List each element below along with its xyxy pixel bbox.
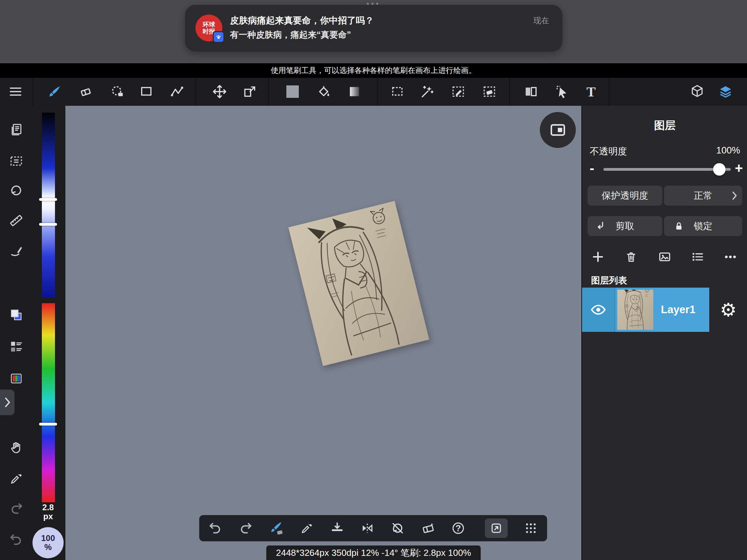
fg-bg-colors-icon[interactable] [7, 305, 26, 325]
toolbar-divider [509, 78, 510, 106]
layer-row[interactable]: Layer1 [582, 288, 709, 332]
toolbar-divider [33, 78, 33, 106]
split-view-icon[interactable] [521, 82, 541, 101]
palette-icon[interactable] [7, 369, 26, 388]
magic-wand-icon[interactable] [418, 82, 437, 101]
lock-button[interactable]: 锁定 [664, 216, 742, 236]
select-pen-icon[interactable] [449, 82, 468, 101]
transform-tool-icon[interactable] [240, 82, 260, 101]
toolbar-divider [268, 78, 269, 106]
value-slider-handle-2[interactable] [39, 223, 57, 226]
main-toolbar: T [0, 78, 747, 106]
help-button[interactable]: ? [449, 519, 468, 538]
canvas-area[interactable] [65, 106, 581, 560]
duplicate-layer-button[interactable] [656, 249, 673, 265]
materials-icon[interactable] [688, 82, 707, 101]
undo-button[interactable] [206, 519, 225, 538]
opacity-value: 100% [716, 145, 740, 156]
selection-panel-icon[interactable] [7, 151, 26, 171]
import-button[interactable] [328, 519, 347, 538]
paint-app: ••• 环球时报 皮肤病痛起来真要命，你中招了吗？ 有一种皮肤病，痛起来“真要命… [0, 0, 747, 560]
bottom-toolbar: ? [199, 515, 547, 541]
ruler-icon[interactable] [7, 211, 26, 230]
brush-size-value: 2.8 [34, 503, 62, 512]
brush-size-unit: px [34, 512, 62, 521]
eye-icon [590, 302, 606, 318]
blend-mode-button[interactable]: 正常 [664, 186, 742, 206]
hue-slider[interactable] [42, 303, 55, 502]
notification-title: 皮肤病痛起来真要命，你中招了吗？ [230, 15, 374, 27]
redo-icon[interactable] [7, 499, 26, 518]
menu-icon[interactable] [6, 82, 25, 101]
opacity-slider-knob[interactable] [713, 163, 726, 176]
toolbar-divider [609, 78, 609, 106]
layer-visibility-toggle[interactable] [582, 288, 615, 332]
layer-thumbnail [617, 290, 653, 330]
opacity-slider-track[interactable] [603, 168, 731, 171]
top-strip: ••• 环球时报 皮肤病痛起来真要命，你中招了吗？ 有一种皮肤病，痛起来“真要命… [0, 0, 747, 63]
hint-bar: 使用笔刷工具，可以选择各种各样的笔刷在画布上进行绘画。 [0, 63, 747, 78]
reset-rotation-button[interactable] [388, 519, 407, 538]
status-bar: 2448*3264px 350dpi 12% -14° 笔刷: 2.8px 10… [266, 545, 481, 560]
value-slider-handle[interactable] [39, 198, 57, 201]
rect-select-icon[interactable] [388, 82, 407, 101]
object-select-icon[interactable] [553, 82, 572, 101]
lasso-eraser-icon[interactable] [108, 82, 127, 101]
layer-settings-gear-icon[interactable]: ⚙ [719, 300, 738, 319]
layer-list-view-button[interactable] [689, 249, 706, 265]
expand-handle[interactable] [0, 390, 15, 415]
delete-layer-button[interactable] [623, 249, 639, 265]
text-tool-icon[interactable]: T [581, 82, 601, 101]
value-slider[interactable] [42, 113, 55, 297]
eyedropper-icon[interactable] [7, 469, 26, 488]
layer-list-label: 图层列表 [591, 274, 627, 287]
eraser-tool-icon[interactable] [76, 82, 95, 101]
redo-button[interactable] [236, 519, 255, 538]
grid-menu-button[interactable] [521, 519, 541, 538]
toolbar-divider [195, 78, 196, 106]
zoom-indicator[interactable]: 100 % [33, 527, 64, 558]
layers-panel: 图层 不透明度 100% - + 保护透明度 正常 剪取 锁定 [581, 106, 747, 560]
more-options-button[interactable]: ••• [722, 249, 739, 265]
clip-icon [595, 221, 606, 232]
reset-view-icon[interactable] [7, 181, 26, 200]
hue-slider-handle[interactable] [39, 423, 57, 426]
layer-name: Layer1 [661, 288, 695, 332]
select-eraser-icon[interactable] [480, 82, 499, 101]
polyline-tool-icon[interactable] [167, 82, 187, 101]
canvas-artwork[interactable] [288, 201, 430, 366]
flip-horizontal-button[interactable] [358, 519, 377, 538]
brush-eraser-toggle[interactable] [267, 519, 286, 538]
layers-panel-toggle-icon[interactable] [716, 82, 735, 101]
notification-banner[interactable]: 环球时报 皮肤病痛起来真要命，你中招了吗？ 有一种皮肤病，痛起来“真要命” 现在 [185, 5, 562, 52]
undo-icon[interactable] [7, 530, 26, 549]
pages-icon[interactable] [7, 120, 26, 139]
color-swatch-icon[interactable] [283, 82, 302, 101]
rectangle-tool-icon[interactable] [137, 82, 156, 101]
clear-button[interactable] [418, 519, 438, 538]
notification-body: 有一种皮肤病，痛起来“真要命” [230, 29, 351, 40]
protect-alpha-button[interactable]: 保护透明度 [588, 186, 662, 206]
news-app-logo: 环球时报 [195, 15, 222, 41]
preview-window-button[interactable] [540, 112, 576, 148]
layer-list-icon[interactable] [7, 337, 26, 356]
toolbar-divider [377, 78, 378, 106]
notification-time: 现在 [533, 15, 549, 26]
zoom-unit: % [44, 543, 52, 552]
hint-text: 使用笔刷工具，可以选择各种各样的笔刷在画布上进行绘画。 [271, 66, 476, 75]
opacity-plus-button[interactable]: + [735, 160, 743, 176]
add-layer-button[interactable] [590, 249, 606, 265]
news-app-badge-icon [213, 31, 224, 43]
paint-material-icon[interactable] [7, 241, 26, 261]
gradient-tool-icon[interactable] [345, 82, 364, 101]
opacity-minus-button[interactable]: - [590, 160, 594, 176]
clip-button[interactable]: 剪取 [588, 216, 662, 236]
fullscreen-button[interactable] [485, 519, 508, 538]
brush-size-label: 2.8 px [34, 503, 62, 521]
zoom-value: 100 [41, 534, 55, 543]
hand-tool-icon[interactable] [7, 438, 26, 457]
fill-bucket-icon[interactable] [314, 82, 333, 101]
move-tool-icon[interactable] [210, 82, 229, 101]
eyedropper-button[interactable] [297, 519, 316, 538]
brush-tool-icon[interactable] [45, 82, 64, 101]
